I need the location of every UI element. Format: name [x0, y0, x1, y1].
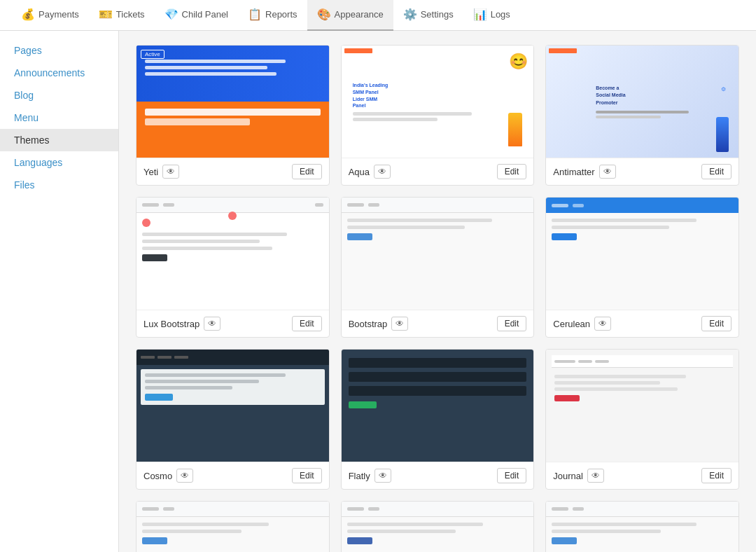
nav-tickets[interactable]: 🎫 Tickets [89, 0, 155, 31]
flatly-preview-btn[interactable]: 👁 [374, 469, 391, 483]
yeti-label: Yeti [144, 167, 158, 177]
sidebar-item-announcements[interactable]: Announcements [0, 62, 118, 84]
cerulean-label: Cerulean [553, 319, 590, 329]
yeti-preview-btn[interactable]: 👁 [162, 165, 179, 179]
cosmo-label: Cosmo [144, 471, 172, 481]
reports-icon: 📋 [248, 8, 262, 21]
cosmo-preview-btn[interactable]: 👁 [176, 469, 193, 483]
theme-card-journal: Journal 👁 Edit [545, 349, 739, 490]
nav-settings[interactable]: ⚙️ Settings [393, 0, 463, 31]
nav-payments-label: Payments [38, 9, 79, 20]
theme-grid: Active [136, 45, 739, 552]
nav-logs-label: Logs [491, 9, 510, 20]
sidebar-item-blog[interactable]: Blog [0, 84, 118, 106]
sidebar-item-files[interactable]: Files [0, 174, 118, 196]
nav-reports-label: Reports [265, 9, 298, 20]
sidebar: Pages Announcements Blog Menu Themes Lan… [0, 31, 119, 552]
theme-preview-yeti: Active [136, 46, 329, 158]
journal-edit-btn[interactable]: Edit [701, 468, 732, 483]
nav-tickets-label: Tickets [116, 9, 145, 20]
antimatter-preview-btn[interactable]: 👁 [599, 165, 616, 179]
theme-footer-cosmo: Cosmo 👁 Edit [136, 462, 329, 489]
bootstrap-preview-btn[interactable]: 👁 [391, 317, 408, 331]
theme-preview-lumen [136, 502, 329, 552]
nav-reports[interactable]: 📋 Reports [238, 0, 307, 31]
sidebar-item-pages[interactable]: Pages [0, 39, 118, 62]
theme-footer-journal: Journal 👁 Edit [546, 462, 738, 489]
nav-logs[interactable]: 📊 Logs [463, 0, 520, 31]
theme-preview-lux [136, 198, 329, 310]
theme-card-yeti: Active [136, 45, 330, 186]
cerulean-edit-btn[interactable]: Edit [701, 316, 732, 331]
theme-footer-bootstrap: Bootstrap 👁 Edit [342, 310, 534, 337]
nav-child-panel-label: Child Panel [182, 9, 229, 20]
bootstrap-edit-btn[interactable]: Edit [497, 316, 527, 331]
theme-card-antimatter: Become aSocial MediaPromoter ⚙ Antimatte… [545, 45, 739, 186]
cerulean-preview-btn[interactable]: 👁 [594, 317, 611, 331]
theme-card-bootstrap: Bootstrap 👁 Edit [341, 197, 535, 338]
cosmo-edit-btn[interactable]: Edit [292, 468, 322, 483]
theme-footer-aqua: Aqua 👁 Edit [342, 158, 534, 185]
theme-preview-readable [546, 502, 738, 552]
settings-icon: ⚙️ [403, 8, 417, 21]
theme-card-flatly: Flatly 👁 Edit [341, 349, 535, 490]
theme-footer-antimatter: Antimatter 👁 Edit [546, 158, 738, 185]
payments-icon: 💰 [21, 8, 35, 21]
theme-preview-aqua: India's LeadingSMM PanelLider SMMPanel 😊 [342, 46, 534, 158]
yeti-edit-btn[interactable]: Edit [292, 164, 322, 179]
theme-card-readable: Readable 👁 Edit [545, 501, 739, 552]
journal-preview-btn[interactable]: 👁 [587, 469, 604, 483]
theme-name-antimatter: Antimatter 👁 [553, 165, 615, 179]
nav-child-panel[interactable]: 💎 Child Panel [155, 0, 239, 31]
lux-label: Lux Bootstrap [144, 319, 200, 329]
theme-name-lux: Lux Bootstrap 👁 [144, 317, 220, 331]
child-panel-icon: 💎 [164, 8, 178, 21]
sidebar-item-themes[interactable]: Themes [0, 129, 118, 151]
theme-name-journal: Journal 👁 [553, 469, 604, 483]
theme-name-flatly: Flatly 👁 [349, 469, 391, 483]
theme-card-paper: Paper 👁 Edit [341, 501, 535, 552]
sidebar-item-menu[interactable]: Menu [0, 106, 118, 129]
nav-appearance-label: Appearance [335, 9, 384, 20]
theme-footer-yeti: Yeti 👁 Edit [136, 158, 329, 185]
antimatter-label: Antimatter [553, 167, 594, 177]
theme-name-bootstrap: Bootstrap 👁 [349, 317, 409, 331]
flatly-edit-btn[interactable]: Edit [497, 468, 527, 483]
lux-edit-btn[interactable]: Edit [292, 316, 322, 331]
bootstrap-label: Bootstrap [349, 319, 388, 329]
top-nav: 💰 Payments 🎫 Tickets 💎 Child Panel 📋 Rep… [0, 0, 756, 31]
aqua-preview-btn[interactable]: 👁 [374, 165, 391, 179]
aqua-label: Aqua [349, 167, 370, 177]
theme-name-cosmo: Cosmo 👁 [144, 469, 193, 483]
theme-name-cerulean: Cerulean 👁 [553, 317, 611, 331]
theme-footer-lux: Lux Bootstrap 👁 Edit [136, 310, 329, 337]
sidebar-item-languages[interactable]: Languages [0, 151, 118, 174]
theme-preview-cerulean [546, 198, 738, 310]
theme-name-yeti: Yeti 👁 [144, 165, 179, 179]
theme-name-aqua: Aqua 👁 [349, 165, 391, 179]
theme-preview-cosmo [136, 350, 329, 462]
theme-card-cosmo: Cosmo 👁 Edit [136, 349, 330, 490]
nav-payments[interactable]: 💰 Payments [11, 0, 89, 31]
main-layout: Pages Announcements Blog Menu Themes Lan… [0, 31, 756, 552]
theme-preview-paper [342, 502, 534, 552]
aqua-edit-btn[interactable]: Edit [497, 164, 527, 179]
themes-main: Active [119, 31, 756, 552]
tickets-icon: 🎫 [99, 8, 113, 21]
lux-preview-btn[interactable]: 👁 [204, 317, 220, 331]
nav-settings-label: Settings [421, 9, 454, 20]
theme-footer-cerulean: Cerulean 👁 Edit [546, 310, 738, 337]
theme-preview-bootstrap [342, 198, 534, 310]
active-badge: Active [141, 50, 164, 59]
theme-card-cerulean: Cerulean 👁 Edit [545, 197, 739, 338]
nav-appearance[interactable]: 🎨 Appearance [307, 0, 393, 31]
journal-label: Journal [553, 471, 583, 481]
logs-icon: 📊 [473, 8, 487, 21]
theme-preview-antimatter: Become aSocial MediaPromoter ⚙ [546, 46, 738, 158]
theme-card-aqua: India's LeadingSMM PanelLider SMMPanel 😊… [341, 45, 535, 186]
theme-preview-flatly [342, 350, 534, 462]
antimatter-edit-btn[interactable]: Edit [701, 164, 732, 179]
appearance-icon: 🎨 [317, 8, 331, 21]
theme-card-lumen: Lumen 👁 Edit [136, 501, 330, 552]
flatly-label: Flatly [349, 471, 370, 481]
